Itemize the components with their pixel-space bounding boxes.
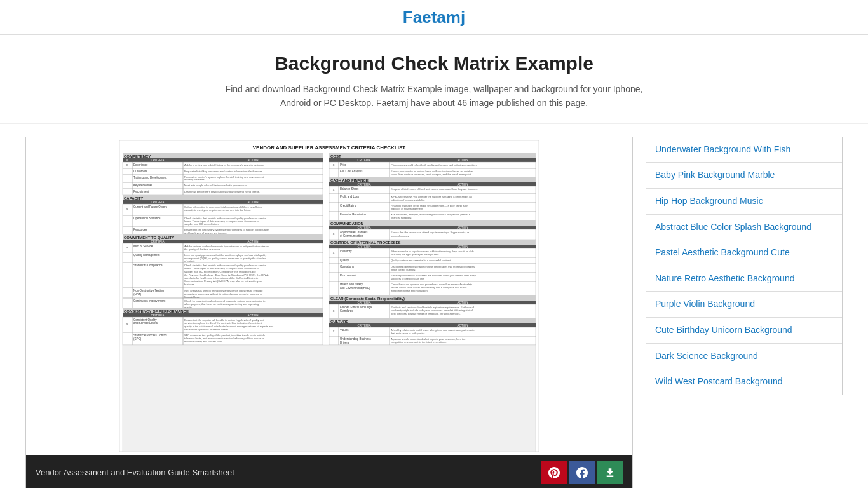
- list-item: Cute Birthday Unicorn Background: [646, 318, 842, 344]
- svg-text:Quality Management: Quality Management: [133, 254, 160, 257]
- facebook-button[interactable]: [569, 461, 595, 484]
- pinterest-icon: [548, 467, 560, 478]
- svg-text:to supply the right quantity a: to supply the right quantity at the righ…: [391, 253, 440, 256]
- download-button[interactable]: [597, 461, 623, 484]
- svg-text:can answer questions or servic: can answer questions or service needs.: [184, 328, 229, 331]
- svg-text:CRITERIA: CRITERIA: [151, 240, 164, 243]
- list-item: Wild West Postcard Background: [646, 369, 842, 395]
- svg-text:Operations: Operations: [340, 265, 355, 268]
- related-link[interactable]: Purple Violin Background: [646, 292, 842, 317]
- related-link[interactable]: Baby Pink Background Marble: [646, 163, 842, 188]
- svg-text:X: X: [333, 251, 335, 254]
- svg-text:Follows Ethical and Legal: Follows Ethical and Legal: [340, 306, 372, 309]
- pinterest-button[interactable]: [541, 461, 567, 484]
- list-item: Abstract Blue Color Splash Background: [646, 215, 842, 241]
- svg-rect-37: [123, 195, 323, 200]
- related-link[interactable]: Underwater Background With Fish: [646, 137, 842, 163]
- image-container: VENDOR AND SUPPLIER ASSESSMENT CRITERIA …: [25, 137, 633, 488]
- list-item: Underwater Background With Fish: [646, 137, 842, 163]
- main-content: VENDOR AND SUPPLIER ASSESSMENT CRITERIA …: [0, 124, 868, 488]
- related-link[interactable]: Dark Science Background: [646, 344, 842, 369]
- related-link[interactable]: Pastel Aesthetic Background Cute: [646, 240, 842, 266]
- svg-text:teleconferences.: teleconferences.: [391, 234, 409, 238]
- site-logo-link[interactable]: Faetamj: [403, 8, 465, 27]
- svg-text:Standards Compliance: Standards Compliance: [133, 264, 163, 267]
- svg-text:(NDT): (NDT): [133, 293, 142, 296]
- svg-text:ACTION: ACTION: [457, 245, 468, 248]
- svg-text:Financial Reputation: Financial Reputation: [340, 213, 367, 216]
- svg-text:indicator of mismanagement.: indicator of mismanagement.: [391, 207, 423, 210]
- svg-text:management (TQM), or quality c: management (TQM), or quality control mea…: [184, 257, 266, 260]
- svg-text:X: X: [333, 163, 335, 166]
- main-image: VENDOR AND SUPPLIER ASSESSMENT CRITERIA …: [26, 137, 632, 455]
- svg-text:that adds value to both partie: that adds value to both parties.: [391, 332, 426, 335]
- list-item: Nature Retro Aesthetic Background: [646, 266, 842, 292]
- svg-text:of output.: of output.: [184, 259, 195, 262]
- svg-rect-66: [123, 240, 132, 243]
- svg-text:Ensure that the vendor can att: Ensure that the vendor can attend regula…: [391, 231, 470, 234]
- list-item: Hip Hop Background Music: [646, 189, 842, 215]
- svg-text:business.: business.: [184, 283, 195, 286]
- svg-text:suppliers to keep costs in lin: suppliers to keep costs in line.: [391, 277, 424, 280]
- svg-text:Operational Statistics: Operational Statistics: [133, 217, 161, 220]
- svg-text:Resources: Resources: [133, 228, 147, 231]
- svg-text:COMMUNICATION: COMMUNICATION: [330, 221, 363, 225]
- svg-text:Health and Safety: Health and Safety: [340, 283, 363, 286]
- svg-text:X: X: [126, 159, 128, 162]
- svg-text:COMPETENCY: COMPETENCY: [124, 154, 151, 158]
- svg-text:Continuous Improvement: Continuous Improvement: [133, 299, 166, 302]
- related-link[interactable]: Nature Retro Aesthetic Background: [646, 266, 842, 292]
- svg-text:X: X: [333, 233, 335, 236]
- svg-text:workforce morale and motivatio: workforce morale and motivation.: [391, 289, 428, 292]
- svg-text:CONTROL OF INTERNAL PROCESSES: CONTROL OF INTERNAL PROCESSES: [330, 240, 400, 244]
- related-link[interactable]: Cute Birthday Unicorn Background: [646, 318, 842, 343]
- svg-text:indication of company viabilit: indication of company viability.: [391, 198, 425, 201]
- svg-rect-157: [329, 182, 339, 186]
- svg-text:X: X: [126, 323, 128, 326]
- svg-text:X: X: [126, 246, 128, 249]
- list-item: Baby Pink Background Marble: [646, 163, 842, 189]
- svg-text:Values: Values: [340, 329, 349, 332]
- related-link[interactable]: Abstract Blue Color Splash Background: [646, 215, 842, 240]
- svg-text:Balance Sheet: Balance Sheet: [340, 187, 359, 191]
- page-description: Find and download Background Check Matri…: [212, 82, 656, 111]
- svg-text:all employees, that focus on c: all employees, that focus on continuousl…: [184, 302, 259, 306]
- svg-text:best practices, positive media: best practices, positive media or feedba…: [391, 312, 461, 315]
- svg-text:Appropriate Channels: Appropriate Channels: [340, 231, 368, 234]
- svg-text:Price: Price: [340, 163, 347, 166]
- svg-text:Item or Service: Item or Service: [133, 245, 153, 248]
- related-list: Underwater Background With FishBaby Pink…: [646, 137, 843, 395]
- svg-text:costs, fixed costs or overhead: costs, fixed costs or overhead, profit m…: [391, 173, 471, 176]
- svg-text:and Service Levels: and Service Levels: [133, 322, 158, 325]
- svg-text:CRITERIA: CRITERIA: [151, 159, 164, 162]
- svg-text:Ask for a review and a brief h: Ask for a review and a brief history of …: [184, 163, 264, 166]
- image-caption-bar: Vendor Assessment and Evaluation Guide S…: [26, 455, 632, 488]
- svg-text:Statistical Process Control: Statistical Process Control: [133, 334, 167, 337]
- svg-text:CRITERIA: CRITERIA: [357, 183, 370, 186]
- svg-text:Quality controls are essential: Quality controls are essential to a succ…: [391, 259, 451, 262]
- svg-text:Recruitment: Recruitment: [133, 190, 149, 193]
- svg-text:CASH AND FINANCE: CASH AND FINANCE: [330, 178, 369, 182]
- svg-text:Request a list of key customer: Request a list of key customers and cont…: [184, 170, 263, 173]
- svg-rect-258: [329, 323, 339, 327]
- svg-rect-39: [123, 200, 132, 204]
- svg-rect-203: [329, 245, 339, 248]
- svg-rect-113: [123, 313, 132, 317]
- related-link[interactable]: Wild West Postcard Background: [646, 369, 842, 395]
- svg-text:X: X: [333, 309, 335, 313]
- related-links-panel: Underwater Background With FishBaby Pink…: [646, 137, 843, 488]
- svg-text:Drivers: Drivers: [340, 341, 349, 344]
- page-title: Background Check Matrix Example: [13, 53, 855, 74]
- svg-text:X: X: [333, 330, 335, 333]
- svg-text:CLEAR (Corporate Social Respon: CLEAR (Corporate Social Responsibility): [330, 296, 405, 300]
- svg-text:X: X: [333, 188, 335, 191]
- svg-text:capacity to meet your requirem: capacity to meet your requirements now a…: [184, 208, 251, 212]
- svg-text:CRITERIA: CRITERIA: [357, 324, 370, 327]
- svg-text:Meet with people who will be i: Meet with people who will be involved wi…: [184, 184, 248, 187]
- svg-text:X: X: [126, 208, 128, 211]
- svg-text:CRITERIA: CRITERIA: [357, 301, 370, 304]
- svg-text:Communications Privacy Act (Ca: Communications Privacy Act (CalECPA) may…: [184, 280, 262, 283]
- svg-text:Credit Rating: Credit Rating: [340, 204, 357, 207]
- svg-text:CAPACITY: CAPACITY: [124, 196, 143, 200]
- related-link[interactable]: Hip Hop Background Music: [646, 189, 842, 214]
